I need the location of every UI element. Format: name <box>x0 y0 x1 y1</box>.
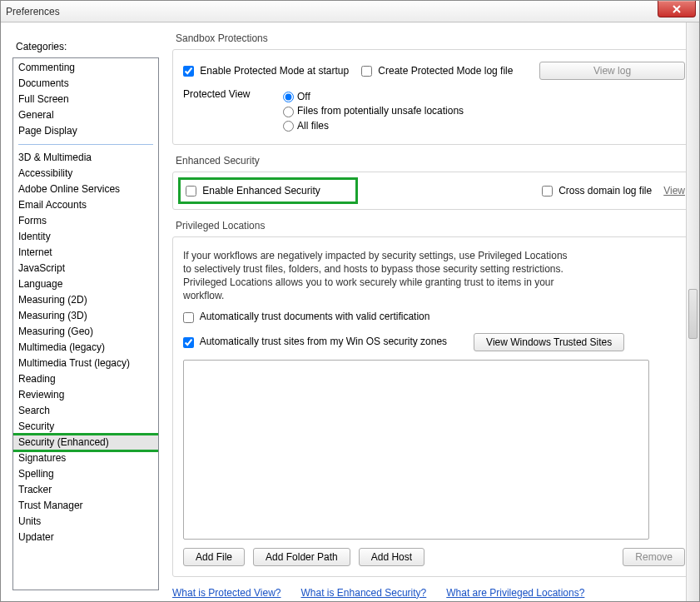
category-item[interactable]: Commenting <box>13 60 158 76</box>
what-is-enhanced-security-link[interactable]: What is Enhanced Security? <box>301 587 427 599</box>
category-item[interactable]: Accessibility <box>13 166 158 182</box>
group-sandbox: Enable Protected Mode at startup Create … <box>172 49 696 145</box>
privileged-description: If your workflows are negatively impacte… <box>183 249 574 302</box>
category-divider <box>18 144 153 145</box>
category-item[interactable]: Measuring (Geo) <box>13 324 158 340</box>
vertical-scrollbar[interactable] <box>686 22 699 601</box>
pv-all-radio[interactable] <box>283 121 294 132</box>
group-title-privileged: Privileged Locations <box>172 220 696 231</box>
what-is-protected-view-link[interactable]: What is Protected View? <box>172 587 281 599</box>
pv-off-text: Off <box>297 91 310 102</box>
close-button[interactable] <box>658 1 696 17</box>
auto-trust-os-label[interactable]: Automatically trust sites from my Win OS… <box>183 336 447 347</box>
protected-view-options: Off Files from potentially unsafe locati… <box>283 88 685 134</box>
auto-trust-os-checkbox[interactable] <box>183 337 194 348</box>
pv-unsafe-radio[interactable] <box>283 107 294 117</box>
category-item[interactable]: Full Screen <box>13 92 158 107</box>
category-item[interactable]: Signatures <box>13 450 158 466</box>
privileged-locations-listbox[interactable] <box>183 360 649 540</box>
category-item[interactable]: Multimedia (legacy) <box>13 340 158 356</box>
category-item[interactable]: Language <box>13 276 158 292</box>
category-item[interactable]: Reviewing <box>13 387 158 403</box>
window-title: Preferences <box>6 6 60 17</box>
category-item[interactable]: Measuring (3D) <box>13 308 158 324</box>
category-item[interactable]: Documents <box>13 76 158 92</box>
category-item[interactable]: Page Display <box>13 123 158 139</box>
category-item[interactable]: Email Accounts <box>13 197 158 213</box>
group-title-enhanced: Enhanced Security <box>172 155 696 167</box>
category-item[interactable]: Security <box>13 419 158 435</box>
view-trusted-sites-button[interactable]: View Windows Trusted Sites <box>474 333 624 351</box>
footer-links: What is Protected View? What is Enhanced… <box>172 587 696 599</box>
content-panel: Sandbox Protections Enable Protected Mod… <box>159 32 696 601</box>
enable-protected-mode-label[interactable]: Enable Protected Mode at startup <box>183 65 350 77</box>
category-item[interactable]: Reading <box>13 371 158 387</box>
protected-view-label: Protected View <box>183 88 275 100</box>
pv-unsafe-label[interactable]: Files from potentially unsafe locations <box>283 105 464 117</box>
category-item[interactable]: JavaScript <box>13 261 158 276</box>
cross-domain-text: Cross domain log file <box>559 185 652 197</box>
category-item[interactable]: General <box>13 107 158 123</box>
cross-domain-label[interactable]: Cross domain log file <box>542 185 652 197</box>
category-item[interactable]: Units <box>13 514 158 530</box>
group-privileged: If your workflows are negatively impacte… <box>172 236 696 576</box>
auto-trust-cert-checkbox[interactable] <box>183 312 194 323</box>
remove-button[interactable]: Remove <box>623 548 685 566</box>
enable-enhanced-text: Enable Enhanced Security <box>202 185 320 197</box>
enable-protected-mode-text: Enable Protected Mode at startup <box>200 65 349 77</box>
category-item[interactable]: Search <box>13 403 158 419</box>
cross-domain-checkbox[interactable] <box>542 186 553 197</box>
enable-enhanced-label[interactable]: Enable Enhanced Security <box>186 185 320 197</box>
add-host-button[interactable]: Add Host <box>359 548 424 566</box>
group-enhanced: Enable Enhanced Security Cross domain lo… <box>172 172 696 210</box>
category-item[interactable]: Internet <box>13 245 158 261</box>
category-item[interactable]: Adobe Online Services <box>13 182 158 197</box>
pv-unsafe-text: Files from potentially unsafe locations <box>297 105 464 117</box>
preferences-window: Preferences Categories: CommentingDocume… <box>0 0 700 602</box>
close-icon <box>672 5 682 13</box>
pv-all-text: All files <box>297 120 329 132</box>
enable-protected-mode-checkbox[interactable] <box>183 66 194 77</box>
category-item[interactable]: Measuring (2D) <box>13 292 158 308</box>
category-item[interactable]: Tracker <box>13 482 158 498</box>
category-item[interactable]: Trust Manager <box>13 498 158 514</box>
pv-off-label[interactable]: Off <box>283 91 310 102</box>
category-item[interactable]: Spelling <box>13 466 158 482</box>
pv-off-radio[interactable] <box>283 92 294 102</box>
category-item[interactable]: Multimedia Trust (legacy) <box>13 356 158 371</box>
what-are-privileged-locations-link[interactable]: What are Privileged Locations? <box>446 587 584 599</box>
create-log-label[interactable]: Create Protected Mode log file <box>361 65 528 77</box>
add-folder-button[interactable]: Add Folder Path <box>253 548 350 566</box>
create-log-checkbox[interactable] <box>361 66 372 77</box>
view-log-button[interactable]: View log <box>539 62 685 80</box>
category-item[interactable]: Identity <box>13 229 158 245</box>
add-file-button[interactable]: Add File <box>183 548 245 566</box>
enable-enhanced-checkbox[interactable] <box>186 186 196 197</box>
categories-list[interactable]: CommentingDocumentsFull ScreenGeneralPag… <box>12 57 159 590</box>
category-item[interactable]: Forms <box>13 213 158 229</box>
auto-trust-cert-label[interactable]: Automatically trust documents with valid… <box>183 311 429 322</box>
category-item[interactable]: Updater <box>13 530 158 545</box>
pv-all-label[interactable]: All files <box>283 120 329 132</box>
auto-trust-cert-text: Automatically trust documents with valid… <box>200 311 430 322</box>
titlebar: Preferences <box>1 1 699 22</box>
view-cross-domain-link[interactable]: View <box>663 185 685 197</box>
category-item[interactable]: 3D & Multimedia <box>13 150 158 166</box>
group-title-sandbox: Sandbox Protections <box>172 32 696 44</box>
scrollbar-thumb[interactable] <box>688 289 698 339</box>
auto-trust-os-text: Automatically trust sites from my Win OS… <box>200 336 447 347</box>
category-item-selected[interactable]: Security (Enhanced) <box>12 435 159 450</box>
enhanced-highlight: Enable Enhanced Security <box>178 177 358 204</box>
create-log-text: Create Protected Mode log file <box>378 65 513 77</box>
